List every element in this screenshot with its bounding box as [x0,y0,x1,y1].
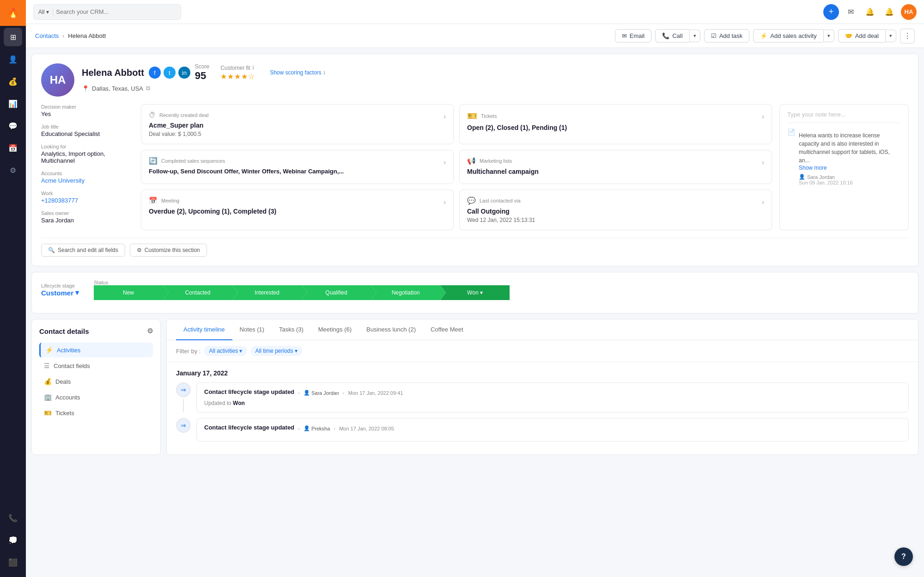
tab-activity-timeline[interactable]: Activity timeline [176,319,232,340]
add-deal-group: 🤝 Add deal ▾ [838,29,896,43]
tab-business-lunch[interactable]: Business lunch (2) [359,319,423,340]
tab-coffee-meet[interactable]: Coffee Meet [423,319,471,340]
work-value[interactable]: +1280383777 [41,197,134,204]
user-avatar[interactable]: HA [901,4,917,20]
tab-notes[interactable]: Notes (1) [232,319,272,340]
copy-icon[interactable]: ⧉ [146,85,150,92]
meeting-card-title: Meeting [161,198,179,203]
info-icon-scoring: ℹ [323,70,325,76]
updated-value-1: Won [233,400,245,406]
meeting-card[interactable]: 📅 Meeting Overdue (2), Upcoming (1), Com… [141,190,454,230]
deal-card-title: Recently created deal [159,112,208,118]
add-deal-button[interactable]: 🤝 Add deal [838,29,885,43]
profile-name: Helena Abbott [82,68,144,78]
accounts-nav-label: Accounts [55,394,80,401]
accounts-value[interactable]: Acme University [41,177,134,184]
timeline-icon-col-2: ⇒ [176,418,191,442]
filter-bar: Filter by : All activities ▾ All time pe… [167,340,918,362]
filter-activities-chip[interactable]: All activities ▾ [204,346,247,356]
meta-dot-1: • [298,390,300,396]
deal-dropdown-chevron[interactable]: ▾ [885,30,896,42]
panel-nav-tickets[interactable]: 🎫 Tickets [39,405,153,420]
filter-periods-chip[interactable]: All time periods ▾ [251,346,302,356]
show-scoring-label: Show scoring factors [270,69,321,76]
stage-won[interactable]: Won ▾ [440,285,510,300]
sidebar-icon-phone[interactable]: 📞 [4,509,22,527]
stage-negotiation[interactable]: Negotiation [371,285,440,300]
note-show-more[interactable]: Show more [799,165,901,171]
panel-nav-deals[interactable]: 💰 Deals [39,374,153,389]
search-edit-label: Search and edit all fields [58,247,118,253]
search-filter-dropdown[interactable]: All ▾ [38,9,53,15]
tab-meetings[interactable]: Meetings (6) [311,319,359,340]
sidebar-icon-grid[interactable]: ⬛ [4,553,22,571]
search-input[interactable] [56,8,176,15]
panel-gear-icon[interactable]: ⚙ [147,327,153,335]
deal-card[interactable]: ⏱ Recently created deal Acme_Super plan … [141,104,454,144]
facebook-icon[interactable]: f [149,67,161,79]
activity-dropdown-chevron[interactable]: ▾ [823,30,834,42]
breadcrumb-current: Helena Abbott [68,32,106,39]
help-button[interactable]: ? [894,547,913,566]
sidebar-icon-workflows[interactable]: ⚙ [4,161,22,179]
create-button[interactable]: + [823,4,839,20]
sales-owner-value: Sara Jordan [41,217,134,224]
timeline-card-title-2: Contact lifecycle stage updated [204,424,294,431]
panel-nav-activities[interactable]: ⚡ Activities [39,343,153,357]
app-logo[interactable]: 🔥 [0,0,26,26]
email-nav-icon[interactable]: ✉ [843,4,858,20]
breadcrumb-contacts-link[interactable]: Contacts [35,32,59,39]
add-task-label: Add task [719,32,743,39]
lifecycle-status-container: Status New Contacted Interested Qualifie… [94,280,510,300]
customer-fit-label: Customer fit ℹ [220,65,255,71]
stage-qualified[interactable]: Qualified [302,285,371,300]
call-button[interactable]: 📞 Call [655,29,689,43]
activity-panel: Activity timeline Notes (1) Tasks (3) Me… [166,319,918,455]
sidebar-icon-messages[interactable]: 💬 [4,117,22,135]
panel-nav-accounts[interactable]: 🏢 Accounts [39,390,153,405]
sidebar-icon-deals[interactable]: 💰 [4,72,22,91]
sidebar-icon-contacts[interactable]: 👤 [4,50,22,68]
tab-tasks[interactable]: Tasks (3) [272,319,311,340]
panel-title: Contact details ⚙ [39,327,153,335]
linkedin-icon[interactable]: in [178,67,190,79]
sequences-card[interactable]: 🔄 Completed sales sequences Follow-up, S… [141,150,454,184]
email-label: Email [630,32,645,39]
call-dropdown-chevron[interactable]: ▾ [689,30,700,42]
note-placeholder[interactable]: Type your note here... [787,111,901,118]
panel-nav-contact-fields[interactable]: ☰ Contact fields [39,358,153,373]
search-icon: 🔍 [48,247,55,253]
deal-icon: 🤝 [845,32,852,39]
stage-interested[interactable]: Interested [232,285,302,300]
twitter-icon[interactable]: t [164,67,176,79]
decision-maker-label: Decision maker [41,104,134,110]
stage-new[interactable]: New [94,285,163,300]
tickets-card[interactable]: 🎫 Tickets Open (2), Closed (1), Pending … [459,104,772,144]
more-actions-button[interactable]: ⋮ [900,29,915,43]
customize-section-button[interactable]: ⚙ Customize this section [130,244,207,257]
alerts-icon[interactable]: 🔔 [881,4,897,20]
email-button[interactable]: ✉ Email [615,29,652,43]
location-row: 📍 Dallas, Texas, USA ⧉ [82,85,909,92]
profile-info: Helena Abbott f t in Score 95 [82,63,909,92]
add-task-button[interactable]: ☑ Add task [704,29,750,43]
job-title-field: Job title Educational Specialist [41,124,134,137]
lifecycle-stage-value[interactable]: Customer ▾ [41,288,79,297]
add-sales-activity-button[interactable]: ⚡ Add sales activity [753,29,823,43]
sidebar-icon-home[interactable]: ⊞ [4,28,22,46]
search-edit-fields-button[interactable]: 🔍 Search and edit all fields [41,244,125,257]
content-area: HA Helena Abbott f t in Score 9 [26,48,924,577]
sidebar-icon-reports[interactable]: 📊 [4,94,22,113]
marketing-card[interactable]: 📢 Marketing lists Multichannel campaign … [459,150,772,184]
call-label: Call [672,32,682,39]
tabs-bar: Activity timeline Notes (1) Tasks (3) Me… [167,319,918,340]
filter-activities-label: All activities ▾ [209,348,242,354]
last-contacted-card[interactable]: 💬 Last contacted via Call Outgoing Wed 1… [459,190,772,230]
sidebar-icon-chat[interactable]: 💭 [4,531,22,549]
stage-contacted[interactable]: Contacted [163,285,232,300]
sidebar-icon-calendar[interactable]: 📅 [4,139,22,157]
sequences-card-content: 🔄 Completed sales sequences Follow-up, S… [149,157,444,177]
show-scoring-factors[interactable]: Show scoring factors ℹ [270,69,325,76]
lifecycle-stage-label: Lifecycle stage [41,283,79,288]
notifications-icon[interactable]: 🔔 [862,4,878,20]
